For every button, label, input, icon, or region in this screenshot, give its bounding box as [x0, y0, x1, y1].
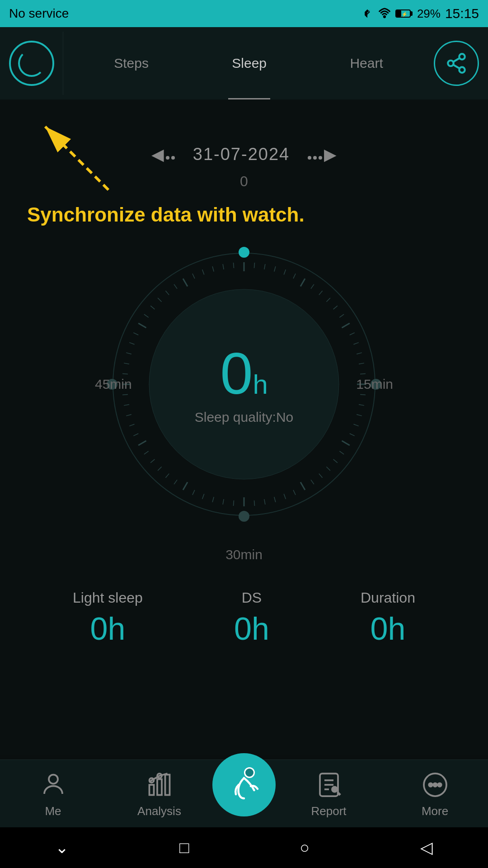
svg-line-74	[138, 323, 146, 328]
nav-me[interactable]: Me	[0, 769, 106, 818]
svg-line-76	[150, 306, 155, 309]
nav-home-center[interactable]	[212, 753, 276, 816]
svg-line-9	[453, 58, 460, 62]
svg-line-45	[293, 490, 296, 495]
svg-line-56	[183, 482, 188, 490]
sync-text: Synchronize data with watch.	[27, 203, 305, 226]
nav-analysis[interactable]: Analysis	[106, 769, 212, 818]
svg-line-16	[264, 264, 265, 269]
svg-line-35	[357, 415, 362, 416]
svg-line-63	[133, 434, 138, 436]
svg-line-65	[126, 415, 131, 416]
date-display: 31-07-2024	[193, 145, 290, 164]
svg-line-31	[360, 373, 366, 374]
svg-line-40	[333, 459, 338, 463]
next-date-button[interactable]: ▶	[308, 145, 337, 164]
arrow-annotation	[27, 108, 117, 201]
svg-line-66	[124, 405, 129, 406]
nav-recent-button[interactable]: ◁	[420, 838, 433, 857]
svg-line-27	[350, 333, 355, 335]
svg-line-28	[353, 343, 358, 344]
svg-line-22	[319, 291, 323, 295]
svg-rect-2	[410, 12, 412, 15]
svg-line-11	[45, 127, 108, 190]
svg-line-43	[311, 480, 314, 484]
prev-date-button[interactable]: ◀	[151, 145, 175, 164]
svg-line-26	[342, 323, 350, 328]
nav-more[interactable]: More	[382, 769, 488, 818]
svg-line-18	[284, 269, 286, 274]
svg-line-37	[350, 434, 355, 436]
share-icon	[445, 52, 468, 75]
svg-line-29	[357, 353, 362, 354]
svg-line-15	[254, 263, 254, 268]
nav-report[interactable]: Report	[276, 769, 382, 818]
svg-line-21	[311, 284, 314, 289]
svg-line-23	[326, 298, 330, 302]
svg-line-84	[223, 264, 224, 269]
svg-line-53	[212, 497, 214, 502]
svg-rect-92	[157, 779, 162, 795]
svg-line-78	[165, 291, 169, 295]
sleep-quality-label: Sleep quality:No	[195, 410, 293, 425]
nav-circle-button[interactable]: ○	[300, 838, 310, 857]
svg-line-75	[144, 314, 149, 317]
time-display: 15:15	[445, 6, 479, 21]
svg-line-60	[150, 459, 155, 463]
main-content: Synchronize data with watch. ◀ 31-07-202…	[0, 99, 488, 755]
svg-line-17	[274, 266, 276, 272]
stat-light-sleep-label: Light sleep	[73, 590, 143, 606]
tab-sleep[interactable]: Sleep	[223, 27, 276, 99]
stats-row: Light sleep 0h DS 0h Duration 0h	[0, 571, 488, 665]
svg-line-55	[192, 490, 195, 495]
battery-percent: 29%	[417, 7, 441, 21]
nav-home-button[interactable]: □	[179, 838, 189, 857]
logo-inner	[18, 50, 45, 77]
svg-point-101	[331, 786, 338, 793]
svg-point-90	[49, 775, 58, 784]
svg-line-79	[174, 284, 177, 289]
svg-line-49	[254, 500, 254, 506]
svg-line-19	[293, 274, 296, 278]
svg-point-6	[448, 61, 454, 66]
bluetooth-icon	[361, 7, 374, 20]
tab-steps[interactable]: Steps	[105, 27, 158, 99]
report-label: Report	[311, 804, 346, 818]
svg-line-8	[453, 65, 460, 68]
gauge-value-display: 0h	[195, 344, 293, 403]
no-service-text: No service	[9, 6, 69, 21]
person-icon	[40, 771, 67, 798]
svg-line-59	[158, 467, 161, 470]
svg-rect-93	[165, 775, 169, 795]
svg-line-47	[274, 497, 276, 502]
svg-line-48	[264, 499, 265, 505]
svg-text:⚡: ⚡	[402, 11, 408, 17]
stat-ds: DS 0h	[234, 590, 269, 647]
logo-circle	[9, 41, 54, 86]
svg-line-62	[138, 441, 146, 445]
svg-point-5	[459, 54, 465, 60]
svg-line-39	[339, 451, 344, 454]
stat-duration-value: 0h	[361, 611, 415, 647]
svg-line-41	[326, 467, 330, 470]
stat-light-sleep: Light sleep 0h	[73, 590, 143, 647]
share-button[interactable]	[434, 41, 479, 86]
gauge-center: 0h Sleep quality:No	[195, 344, 293, 425]
more-dots-icon	[422, 771, 449, 798]
svg-line-36	[353, 424, 358, 426]
sleep-gauge: 45min 15min ticks 0h	[86, 226, 402, 542]
svg-line-82	[202, 269, 204, 274]
tab-heart[interactable]: Heart	[341, 27, 392, 99]
bottom-nav: Me Analysis	[0, 760, 488, 827]
nav-back-button[interactable]: ⌄	[55, 838, 69, 857]
me-label: Me	[45, 804, 61, 818]
app-logo[interactable]	[0, 32, 63, 95]
stat-light-sleep-value: 0h	[73, 611, 143, 647]
svg-point-96	[245, 768, 254, 777]
svg-line-52	[223, 499, 224, 505]
svg-line-42	[319, 474, 323, 478]
svg-line-71	[126, 353, 131, 354]
svg-line-44	[300, 482, 305, 490]
more-label: More	[422, 804, 448, 818]
svg-line-85	[233, 263, 234, 268]
